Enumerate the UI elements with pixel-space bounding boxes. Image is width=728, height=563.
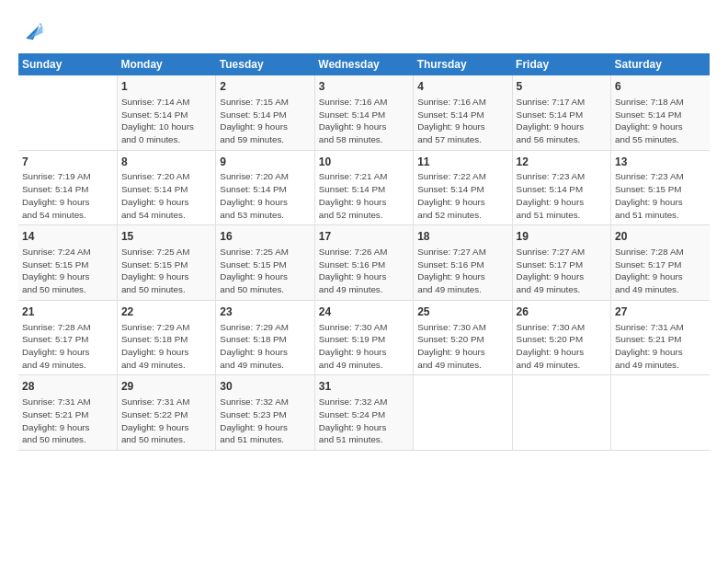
calendar-cell: 8Sunrise: 7:20 AM Sunset: 5:14 PM Daylig… [117,150,215,225]
day-number: 19 [517,229,607,245]
calendar-cell: 14Sunrise: 7:24 AM Sunset: 5:15 PM Dayli… [18,225,117,301]
calendar-cell: 6Sunrise: 7:18 AM Sunset: 5:14 PM Daylig… [611,75,710,150]
cell-info: Sunrise: 7:23 AM Sunset: 5:14 PM Dayligh… [517,170,607,221]
cell-info: Sunrise: 7:31 AM Sunset: 5:21 PM Dayligh… [22,396,113,446]
cell-info: Sunrise: 7:18 AM Sunset: 5:14 PM Dayligh… [615,96,706,146]
day-number: 20 [615,229,706,245]
calendar-cell: 15Sunrise: 7:25 AM Sunset: 5:15 PM Dayli… [117,225,215,301]
day-number: 2 [220,79,310,95]
cell-info: Sunrise: 7:31 AM Sunset: 5:21 PM Dayligh… [615,321,706,372]
cell-info: Sunrise: 7:20 AM Sunset: 5:14 PM Dayligh… [121,170,211,221]
logo [18,20,46,44]
calendar-cell: 26Sunrise: 7:30 AM Sunset: 5:20 PM Dayli… [512,300,610,375]
cell-info: Sunrise: 7:21 AM Sunset: 5:14 PM Dayligh… [319,170,409,221]
day-number: 15 [121,229,211,245]
calendar-cell: 31Sunrise: 7:32 AM Sunset: 5:24 PM Dayli… [314,375,413,451]
cell-info: Sunrise: 7:23 AM Sunset: 5:15 PM Dayligh… [615,170,706,221]
column-header-sunday: Sunday [18,53,117,75]
day-number: 7 [22,155,113,170]
day-number: 25 [417,304,507,320]
cell-info: Sunrise: 7:22 AM Sunset: 5:14 PM Dayligh… [417,170,507,221]
calendar-cell [414,375,512,451]
calendar-week-row: 1Sunrise: 7:14 AM Sunset: 5:14 PM Daylig… [18,75,710,150]
column-header-thursday: Thursday [414,53,512,75]
calendar-cell: 3Sunrise: 7:16 AM Sunset: 5:14 PM Daylig… [314,75,413,150]
calendar-cell: 28Sunrise: 7:31 AM Sunset: 5:21 PM Dayli… [18,375,117,451]
calendar-cell: 4Sunrise: 7:16 AM Sunset: 5:14 PM Daylig… [414,75,512,150]
day-number: 21 [22,304,113,320]
day-number: 31 [319,379,409,395]
cell-info: Sunrise: 7:30 AM Sunset: 5:20 PM Dayligh… [517,321,607,372]
calendar-cell: 19Sunrise: 7:27 AM Sunset: 5:17 PM Dayli… [512,225,610,301]
calendar-cell: 5Sunrise: 7:17 AM Sunset: 5:14 PM Daylig… [512,75,610,150]
cell-info: Sunrise: 7:28 AM Sunset: 5:17 PM Dayligh… [615,246,706,296]
cell-info: Sunrise: 7:25 AM Sunset: 5:15 PM Dayligh… [220,246,310,296]
day-number: 14 [22,229,113,245]
calendar-cell: 24Sunrise: 7:30 AM Sunset: 5:19 PM Dayli… [314,300,413,375]
calendar-week-row: 14Sunrise: 7:24 AM Sunset: 5:15 PM Dayli… [18,225,710,301]
day-number: 28 [22,379,113,395]
cell-info: Sunrise: 7:24 AM Sunset: 5:15 PM Dayligh… [22,246,113,296]
column-header-monday: Monday [117,53,215,75]
calendar-cell: 22Sunrise: 7:29 AM Sunset: 5:18 PM Dayli… [117,300,215,375]
day-number: 16 [220,229,310,245]
calendar-cell: 13Sunrise: 7:23 AM Sunset: 5:15 PM Dayli… [611,150,710,225]
cell-info: Sunrise: 7:30 AM Sunset: 5:20 PM Dayligh… [417,321,507,372]
cell-info: Sunrise: 7:19 AM Sunset: 5:14 PM Dayligh… [22,170,113,221]
calendar-cell: 12Sunrise: 7:23 AM Sunset: 5:14 PM Dayli… [512,150,610,225]
day-number: 3 [319,79,409,95]
calendar-cell [611,375,710,451]
cell-info: Sunrise: 7:32 AM Sunset: 5:23 PM Dayligh… [220,396,310,446]
day-number: 18 [417,229,507,245]
calendar-cell: 18Sunrise: 7:27 AM Sunset: 5:16 PM Dayli… [414,225,512,301]
day-number: 12 [517,155,607,170]
day-number: 23 [220,304,310,320]
calendar-cell: 29Sunrise: 7:31 AM Sunset: 5:22 PM Dayli… [117,375,215,451]
calendar-cell: 27Sunrise: 7:31 AM Sunset: 5:21 PM Dayli… [611,300,710,375]
day-number: 30 [220,379,310,395]
cell-info: Sunrise: 7:20 AM Sunset: 5:14 PM Dayligh… [220,170,310,221]
calendar-cell: 10Sunrise: 7:21 AM Sunset: 5:14 PM Dayli… [314,150,413,225]
calendar-cell: 16Sunrise: 7:25 AM Sunset: 5:15 PM Dayli… [216,225,314,301]
day-number: 1 [121,79,211,95]
cell-info: Sunrise: 7:31 AM Sunset: 5:22 PM Dayligh… [121,396,211,446]
logo-text-block [18,20,46,44]
calendar-cell: 1Sunrise: 7:14 AM Sunset: 5:14 PM Daylig… [117,75,215,150]
day-number: 9 [220,155,310,170]
main-container: SundayMondayTuesdayWednesdayThursdayFrid… [0,0,728,460]
header-row [18,17,710,44]
logo-icon [20,18,46,44]
cell-info: Sunrise: 7:30 AM Sunset: 5:19 PM Dayligh… [319,321,409,372]
day-number: 17 [319,229,409,245]
calendar-cell: 23Sunrise: 7:29 AM Sunset: 5:18 PM Dayli… [216,300,314,375]
column-header-friday: Friday [512,53,610,75]
calendar-cell: 7Sunrise: 7:19 AM Sunset: 5:14 PM Daylig… [18,150,117,225]
column-header-wednesday: Wednesday [314,53,413,75]
calendar-cell: 20Sunrise: 7:28 AM Sunset: 5:17 PM Dayli… [611,225,710,301]
day-number: 29 [121,379,211,395]
calendar-cell [18,75,117,150]
day-number: 8 [121,155,211,170]
calendar-cell [512,375,610,451]
cell-info: Sunrise: 7:26 AM Sunset: 5:16 PM Dayligh… [319,246,409,296]
cell-info: Sunrise: 7:28 AM Sunset: 5:17 PM Dayligh… [22,321,113,372]
day-number: 6 [615,79,706,95]
calendar-week-row: 7Sunrise: 7:19 AM Sunset: 5:14 PM Daylig… [18,150,710,225]
day-number: 27 [615,304,706,320]
svg-marker-1 [28,26,43,40]
day-number: 4 [417,79,507,95]
day-number: 11 [417,155,507,170]
day-number: 13 [615,155,706,170]
calendar-cell: 9Sunrise: 7:20 AM Sunset: 5:14 PM Daylig… [216,150,314,225]
calendar-header-row: SundayMondayTuesdayWednesdayThursdayFrid… [18,53,710,75]
cell-info: Sunrise: 7:27 AM Sunset: 5:17 PM Dayligh… [517,246,607,296]
calendar-week-row: 28Sunrise: 7:31 AM Sunset: 5:21 PM Dayli… [18,375,710,451]
day-number: 26 [517,304,607,320]
cell-info: Sunrise: 7:32 AM Sunset: 5:24 PM Dayligh… [319,396,409,446]
calendar-cell: 2Sunrise: 7:15 AM Sunset: 5:14 PM Daylig… [216,75,314,150]
day-number: 24 [319,304,409,320]
calendar-cell: 11Sunrise: 7:22 AM Sunset: 5:14 PM Dayli… [414,150,512,225]
cell-info: Sunrise: 7:15 AM Sunset: 5:14 PM Dayligh… [220,96,310,146]
calendar-cell: 30Sunrise: 7:32 AM Sunset: 5:23 PM Dayli… [216,375,314,451]
day-number: 10 [319,155,409,170]
